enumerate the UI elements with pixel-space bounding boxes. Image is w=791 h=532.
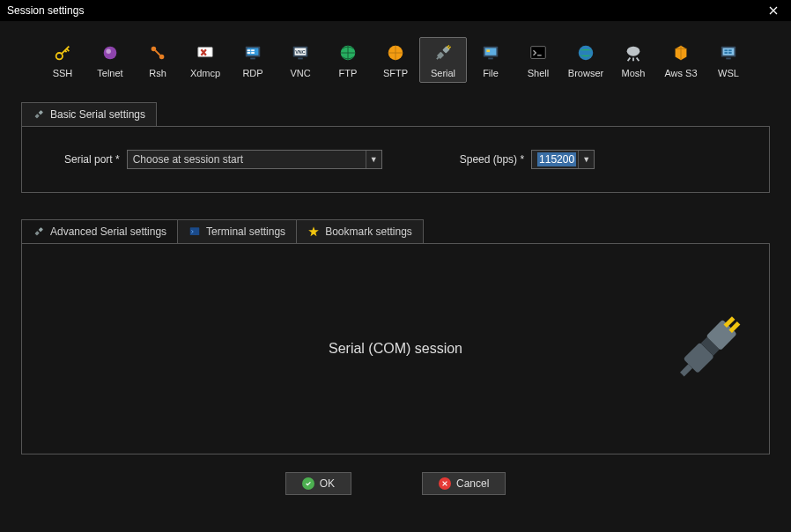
rdp-icon bbox=[230, 41, 276, 64]
tool-label: File bbox=[468, 68, 514, 78]
tab-label: Terminal settings bbox=[206, 225, 285, 238]
tab-label: Bookmark settings bbox=[325, 225, 412, 238]
ok-button[interactable]: OK bbox=[285, 472, 351, 495]
tool-awss3[interactable]: Aws S3 bbox=[657, 37, 705, 83]
browser-icon bbox=[563, 41, 609, 64]
ok-check-icon bbox=[302, 477, 314, 490]
tool-label: SFTP bbox=[373, 68, 418, 78]
tool-label: Serial bbox=[420, 68, 466, 78]
svg-rect-40 bbox=[39, 227, 43, 232]
basic-tabstrip: Basic Serial settings bbox=[21, 102, 770, 126]
svg-rect-8 bbox=[250, 58, 255, 60]
serial-plug-icon bbox=[33, 108, 45, 121]
tool-label: VNC bbox=[277, 68, 323, 78]
svg-rect-33 bbox=[724, 49, 728, 51]
tab-advanced-serial-settings[interactable]: Advanced Serial settings bbox=[21, 219, 178, 244]
serial-plug-icon bbox=[33, 225, 45, 238]
tool-vnc[interactable]: VNC VNC bbox=[277, 37, 324, 83]
tool-label: FTP bbox=[325, 68, 371, 78]
svg-rect-27 bbox=[488, 58, 493, 60]
rsh-icon bbox=[135, 41, 181, 64]
dialog-buttons: OK Cancel bbox=[21, 472, 770, 495]
svg-rect-36 bbox=[728, 52, 732, 54]
session-type-toolbar: SSH Telnet Rsh Xdmcp RDP VNC VNC FTP bbox=[0, 21, 791, 93]
aws-s3-icon bbox=[658, 41, 704, 64]
star-icon bbox=[307, 225, 320, 238]
tool-browser[interactable]: Browser bbox=[562, 37, 610, 83]
ftp-icon bbox=[325, 41, 371, 64]
tab-basic-serial-settings[interactable]: Basic Serial settings bbox=[21, 102, 157, 126]
svg-rect-19 bbox=[442, 46, 449, 53]
serial-plug-icon bbox=[420, 41, 466, 64]
svg-rect-26 bbox=[486, 49, 490, 52]
terminal-icon bbox=[189, 225, 201, 238]
tool-mosh[interactable]: Mosh bbox=[610, 37, 657, 83]
telnet-icon bbox=[87, 41, 133, 64]
svg-rect-39 bbox=[34, 114, 39, 118]
svg-rect-41 bbox=[34, 231, 39, 235]
tool-xdmcp[interactable]: Xdmcp bbox=[181, 37, 229, 83]
svg-point-29 bbox=[579, 46, 594, 61]
session-type-title: Serial (COM) session bbox=[329, 341, 462, 357]
tab-bookmark-settings[interactable]: Bookmark settings bbox=[296, 219, 424, 244]
advanced-settings-frame: Serial (COM) session bbox=[21, 243, 770, 454]
tab-label: Advanced Serial settings bbox=[50, 225, 166, 238]
svg-rect-34 bbox=[728, 49, 732, 51]
serial-port-label: Serial port * bbox=[64, 153, 120, 166]
svg-point-30 bbox=[627, 47, 640, 56]
tab-label: Basic Serial settings bbox=[50, 108, 145, 121]
close-button[interactable] bbox=[761, 1, 786, 20]
svg-text:VNC: VNC bbox=[295, 49, 306, 55]
tool-label: Browser bbox=[563, 68, 609, 78]
vnc-icon: VNC bbox=[277, 41, 323, 64]
tool-label: Telnet bbox=[87, 68, 133, 78]
svg-rect-37 bbox=[726, 58, 731, 60]
tool-label: RDP bbox=[230, 68, 276, 78]
basic-settings-frame: Serial port * Choose at session start ▼ … bbox=[21, 126, 770, 193]
file-icon bbox=[468, 41, 514, 64]
speed-label: Speed (bps) * bbox=[460, 153, 524, 166]
svg-rect-28 bbox=[531, 47, 546, 59]
svg-point-0 bbox=[56, 53, 63, 59]
button-label: OK bbox=[320, 477, 335, 490]
tab-terminal-settings[interactable]: Terminal settings bbox=[177, 219, 297, 244]
sftp-icon bbox=[373, 41, 418, 64]
tool-wsl[interactable]: WSL bbox=[705, 37, 752, 83]
tool-rdp[interactable]: RDP bbox=[229, 37, 277, 83]
tool-ssh[interactable]: SSH bbox=[39, 37, 86, 83]
tool-label: Xdmcp bbox=[182, 68, 228, 78]
window-title: Session settings bbox=[7, 4, 84, 17]
svg-rect-35 bbox=[724, 52, 728, 54]
svg-rect-32 bbox=[723, 48, 735, 55]
key-icon bbox=[40, 41, 85, 64]
svg-rect-42 bbox=[190, 227, 200, 235]
tool-label: Aws S3 bbox=[658, 68, 704, 78]
tool-sftp[interactable]: SFTP bbox=[372, 37, 419, 83]
cancel-x-icon bbox=[439, 477, 451, 490]
svg-rect-9 bbox=[248, 49, 251, 51]
cancel-button[interactable]: Cancel bbox=[422, 472, 506, 495]
tool-shell[interactable]: Shell bbox=[514, 37, 562, 83]
serial-port-combo[interactable]: Choose at session start ▼ bbox=[127, 150, 382, 169]
mosh-icon bbox=[610, 41, 656, 64]
speed-combo[interactable]: 115200 ▼ bbox=[531, 150, 595, 169]
tool-telnet[interactable]: Telnet bbox=[86, 37, 134, 83]
chevron-down-icon: ▼ bbox=[366, 151, 381, 168]
content-panel: Basic Serial settings Serial port * Choo… bbox=[21, 102, 770, 495]
tool-file[interactable]: File bbox=[467, 37, 514, 83]
tool-label: Shell bbox=[515, 68, 561, 78]
wsl-icon bbox=[706, 41, 751, 64]
tool-label: WSL bbox=[706, 68, 751, 78]
tool-rsh[interactable]: Rsh bbox=[134, 37, 181, 83]
combo-value: Choose at session start bbox=[133, 153, 243, 166]
tool-ftp[interactable]: FTP bbox=[324, 37, 372, 83]
svg-rect-12 bbox=[251, 52, 255, 54]
title-bar: Session settings bbox=[0, 0, 791, 21]
svg-rect-38 bbox=[39, 110, 43, 115]
tool-label: Rsh bbox=[135, 68, 181, 78]
svg-rect-7 bbox=[248, 48, 259, 55]
serial-plug-large-icon bbox=[674, 313, 744, 386]
tool-serial[interactable]: Serial bbox=[419, 37, 467, 83]
chevron-down-icon: ▼ bbox=[578, 151, 594, 168]
svg-rect-10 bbox=[248, 52, 251, 54]
